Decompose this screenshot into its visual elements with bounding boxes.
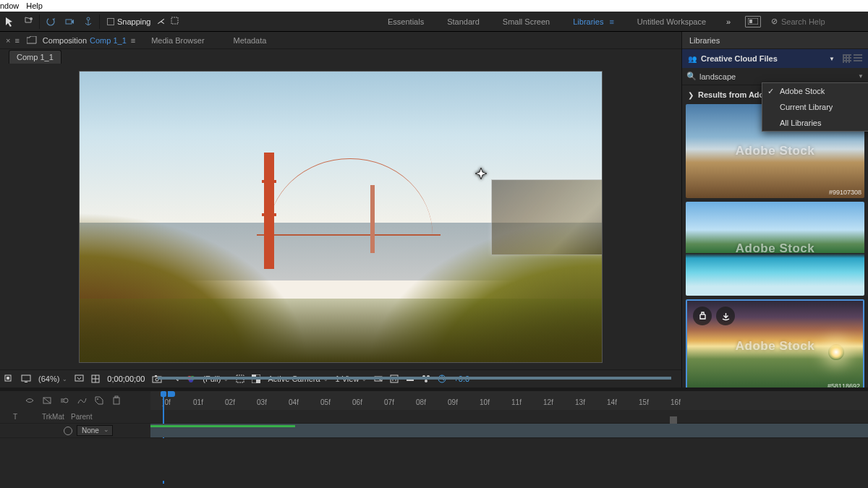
pickwhip-icon[interactable] [64, 427, 72, 435]
svg-point-32 [64, 398, 68, 403]
app-toolbar: Snapping ⋌ Essentials Standard Small Scr… [0, 12, 868, 32]
timecode[interactable]: 0;00;00;00 [107, 374, 145, 383]
comp-tab[interactable]: Comp 1_1 [9, 50, 61, 64]
workspace-essentials[interactable]: Essentials [376, 12, 435, 31]
rotate-tool-icon[interactable] [41, 12, 60, 31]
chevron-down-icon[interactable]: ▼ [829, 56, 835, 62]
frame-blend-icon[interactable] [39, 393, 55, 408]
camera-tool-icon[interactable] [60, 12, 79, 31]
svg-rect-26 [407, 380, 414, 381]
snapping-toggle[interactable]: Snapping ⋌ [107, 17, 179, 26]
search-icon: ⊘ [771, 17, 778, 26]
parent-dropdown[interactable]: None [77, 425, 113, 436]
checkbox-icon [107, 18, 114, 25]
hand-tool-icon[interactable] [19, 12, 38, 31]
svg-point-0 [30, 17, 33, 20]
close-panel-icon[interactable]: × [6, 36, 10, 45]
comp-folder-icon [25, 35, 38, 46]
search-scope-dropdown: Adobe Stock Current Library All Librarie… [762, 82, 868, 132]
graph-editor-icon[interactable] [74, 393, 90, 408]
column-trkmat[interactable]: TrkMat [42, 413, 71, 421]
help-search-input[interactable] [781, 17, 854, 26]
dropdown-item-current-library[interactable]: Current Library [762, 99, 868, 115]
libraries-section-header[interactable]: 👥 Creative Cloud Files ▼ [682, 49, 868, 68]
workspace-standard[interactable]: Standard [435, 12, 491, 31]
res-down-icon[interactable] [75, 374, 84, 383]
svg-point-29 [425, 380, 427, 382]
dropdown-item-adobe-stock[interactable]: Adobe Stock [762, 83, 868, 99]
libraries-panel-title: Libraries [682, 32, 868, 49]
menu-help[interactable]: Help [26, 1, 43, 10]
workspace-libraries[interactable]: Libraries≡ [561, 12, 626, 31]
svg-rect-11 [75, 375, 83, 381]
panel-menu-icon[interactable]: ≡ [14, 36, 19, 45]
creative-cloud-icon: 👥 [688, 55, 697, 63]
stock-result-2[interactable]: Adobe Stock [686, 202, 864, 296]
motion-blur-icon[interactable] [56, 393, 72, 408]
shy-icon[interactable] [22, 393, 38, 408]
license-icon[interactable] [693, 307, 712, 325]
composition-canvas[interactable] [79, 71, 603, 363]
comp-menu-icon[interactable]: ≡ [131, 36, 135, 45]
playhead[interactable] [158, 391, 169, 410]
svg-rect-35 [115, 396, 118, 398]
search-filter-chevron-icon[interactable]: ▼ [858, 73, 864, 80]
cached-region [150, 425, 295, 427]
tab-media-browser[interactable]: Media Browser [151, 36, 204, 45]
chevron-right-icon: ❯ [688, 91, 694, 99]
svg-rect-15 [155, 375, 157, 377]
anchor-tool-icon[interactable] [79, 12, 98, 31]
svg-rect-8 [7, 377, 9, 380]
column-t[interactable]: T [13, 413, 42, 421]
zoom-level[interactable]: (64%)⌄ [38, 374, 67, 383]
workspace-small-screen[interactable]: Small Screen [491, 12, 561, 31]
svg-point-3 [87, 17, 90, 20]
svg-point-33 [97, 398, 98, 400]
grid-icon[interactable] [91, 374, 100, 383]
snap-bounds-icon[interactable] [171, 17, 179, 26]
work-area-bar[interactable] [158, 377, 671, 380]
tag-icon[interactable] [91, 393, 107, 408]
libraries-search-input[interactable] [699, 72, 858, 81]
workspace-reset-icon[interactable] [745, 16, 761, 27]
composition-viewer[interactable] [0, 64, 681, 369]
help-search[interactable]: ⊘ [767, 17, 868, 26]
snap-magnet-icon[interactable]: ⋌ [157, 17, 165, 26]
selection-tool-icon[interactable] [0, 12, 19, 31]
display-icon[interactable] [21, 374, 31, 383]
list-view-icon[interactable] [854, 54, 862, 63]
timeline-panel: )0f01f02f03f04f05f06f07f08f09f10f11f12f1… [0, 388, 868, 488]
dropdown-item-all-libraries[interactable]: All Libraries [762, 115, 868, 131]
stock-result-3[interactable]: Adobe Stock #58118692 [686, 299, 864, 388]
svg-rect-6 [749, 20, 752, 23]
comp-panel-header: × ≡ Composition Comp 1_1 ≡ Media Browser… [0, 32, 681, 49]
composition-name[interactable]: Comp 1_1 [90, 36, 127, 45]
column-parent[interactable]: Parent [71, 413, 111, 421]
svg-rect-34 [114, 398, 119, 404]
magnify-icon[interactable] [4, 374, 14, 384]
svg-rect-4 [171, 17, 178, 24]
dragged-asset-preview [491, 179, 603, 255]
stock-results-list: Adobe Stock #99107308 Adobe Stock Adobe … [682, 104, 868, 388]
workspace-untitled[interactable]: Untitled Workspace [626, 12, 718, 31]
menu-icon: ≡ [609, 17, 613, 26]
svg-rect-10 [25, 382, 27, 382]
svg-rect-2 [66, 20, 72, 24]
composition-label: Composition [43, 36, 87, 45]
workspace-overflow-icon[interactable]: » [718, 17, 739, 26]
drop-cursor-icon [474, 166, 488, 181]
svg-point-1 [47, 18, 54, 25]
menu-window[interactable]: ndow [0, 1, 19, 10]
tab-metadata[interactable]: Metadata [234, 36, 267, 45]
results-header[interactable]: ❯ Results from Adobe Adobe Stock Current… [682, 85, 868, 104]
download-icon[interactable] [716, 307, 735, 325]
search-icon: 🔍 [686, 72, 697, 81]
layer-row[interactable]: None [0, 423, 868, 437]
marker-bin-icon[interactable] [109, 393, 124, 408]
timeline-ruler[interactable]: )0f01f02f03f04f05f06f07f08f09f10f11f12f1… [150, 391, 868, 410]
grid-view-icon[interactable] [843, 54, 851, 63]
os-menubar: ndow Help [0, 0, 868, 12]
svg-rect-9 [22, 375, 30, 381]
